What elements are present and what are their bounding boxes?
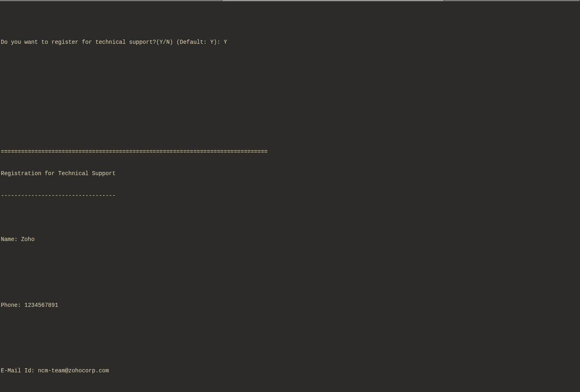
blank-line <box>1 345 579 353</box>
prompt-line: Do you want to register for technical su… <box>1 39 579 46</box>
prompt-text: Do you want to register for technical su… <box>1 39 224 45</box>
phone-value: 1234567891 <box>25 302 58 308</box>
tab-segment[interactable] <box>0 0 222 1</box>
sub-separator: ---------------------------------- <box>1 192 579 199</box>
blank-line <box>1 104 579 112</box>
blank-line <box>1 280 579 287</box>
blank-line <box>1 16 579 24</box>
prompt-answer: Y <box>224 39 227 45</box>
blank-line <box>1 61 579 68</box>
name-row: Name: Zoho <box>1 236 579 243</box>
blank-line <box>1 214 579 221</box>
name-value: Zoho <box>21 236 35 243</box>
phone-row: Phone: 1234567891 <box>1 302 579 309</box>
tab-segment[interactable] <box>222 0 444 1</box>
blank-line <box>1 258 579 265</box>
name-label: Name: <box>1 236 21 243</box>
phone-label: Phone: <box>1 302 25 308</box>
separator-line: ========================================… <box>1 148 579 155</box>
email-row: E-Mail Id: ncm-team@zohocorp.com <box>1 367 579 374</box>
email-label: E-Mail Id: <box>1 368 38 374</box>
terminal-output[interactable]: Do you want to register for technical su… <box>0 1 580 392</box>
window-tab-bar <box>0 0 580 1</box>
email-value: ncm-team@zohocorp.com <box>38 368 109 374</box>
blank-line <box>1 323 579 331</box>
tab-segment[interactable] <box>444 0 580 1</box>
section-header: Registration for Technical Support <box>1 170 579 177</box>
blank-line <box>1 126 579 133</box>
blank-line <box>1 389 579 392</box>
blank-line <box>1 82 579 90</box>
